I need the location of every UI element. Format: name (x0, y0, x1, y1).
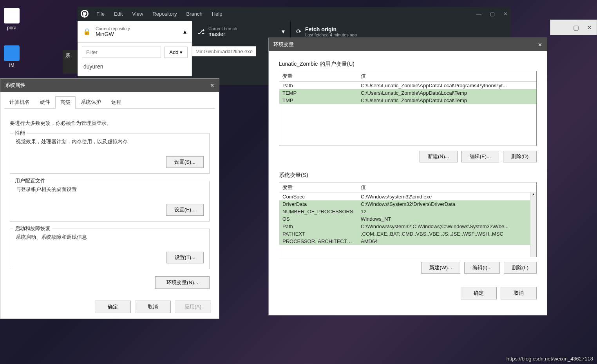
profile-desc: 与登录帐户相关的桌面设置 (16, 186, 204, 193)
var-name: DriverData (279, 200, 358, 208)
apply-button[interactable]: 应用(A) (175, 301, 211, 313)
ok-button[interactable]: 确定 (461, 287, 497, 299)
branch-icon: ⎇ (197, 28, 204, 35)
var-name: OS (279, 215, 358, 223)
chevron-down-icon: ▾ (180, 49, 183, 55)
path-bar[interactable]: MinGW\bin\addr2line.exe (192, 46, 256, 56)
menu-help[interactable]: Help (212, 11, 223, 17)
scroll-up-icon[interactable]: ▴ (530, 192, 536, 198)
path-file: addr2line.exe (222, 49, 253, 54)
startup-group: 启动和故障恢复 系统启动、系统故障和调试信息 设置(T)... (10, 229, 210, 269)
sys-vars-table[interactable]: 变量 值 ComSpecC:\Windows\system32\cmd.exeD… (279, 182, 537, 257)
menu-branch[interactable]: Branch (186, 11, 202, 17)
desktop-icon-tim[interactable]: IM (0, 45, 24, 68)
branch-value: master (208, 31, 237, 37)
menu-view[interactable]: View (132, 11, 143, 17)
chevron-down-icon: ▾ (282, 28, 285, 35)
tab-advanced[interactable]: 高级 (55, 96, 76, 109)
menu-file[interactable]: File (96, 11, 105, 17)
desktop-icon-typora[interactable]: pora (0, 8, 24, 31)
fetch-subtitle: Last fetched 4 minutes ago (305, 32, 357, 37)
var-name: TMP (279, 97, 358, 104)
var-value: 12 (358, 208, 536, 215)
table-header: 变量 值 (279, 71, 536, 82)
col-name: 变量 (279, 182, 358, 193)
scrollbar[interactable]: ▴ (530, 192, 536, 257)
user-vars-table[interactable]: 变量 值 PathC:\Users\Lunatic_Zombie\AppData… (279, 71, 537, 146)
repo-dropdown-panel: Add ▾ duyuren (78, 42, 192, 76)
table-row[interactable]: NUMBER_OF_PROCESSORS12 (279, 208, 536, 215)
var-value: Windows_NT (358, 215, 536, 223)
table-row[interactable]: TEMPC:\Users\Lunatic_Zombie\AppData\Loca… (279, 89, 536, 97)
maximize-icon[interactable]: ▢ (573, 24, 579, 31)
sysprop-title-text: 系统属性 (5, 82, 25, 89)
add-repo-button[interactable]: Add ▾ (164, 47, 188, 58)
close-icon[interactable]: ✕ (538, 42, 542, 48)
startup-title: 启动和故障恢复 (13, 225, 52, 232)
desktop-icon-label: pora (0, 25, 24, 31)
table-row[interactable]: PathC:\Windows\system32;C:\Windows;C:\Wi… (279, 223, 536, 230)
desktop-icon-label: IM (0, 63, 24, 68)
table-row[interactable]: DriverDataC:\Windows\System32\Drivers\Dr… (279, 200, 536, 208)
sysprop-titlebar: 系统属性 ✕ (0, 79, 219, 92)
table-row[interactable]: PROCESSOR_ARCHITECTUREAMD64 (279, 238, 536, 245)
perf-settings-button[interactable]: 设置(S)... (166, 156, 204, 168)
maximize-icon[interactable]: ▢ (490, 11, 495, 17)
user-edit-button[interactable]: 编辑(E)... (461, 151, 499, 162)
envdlg-titlebar: 环境变量 ✕ (269, 38, 547, 51)
var-name: PROCESSOR_ARCHITECTURE (279, 238, 358, 245)
tab-system-protection[interactable]: 系统保护 (76, 96, 106, 108)
repo-label: Current repository (96, 26, 130, 31)
env-vars-button[interactable]: 环境变量(N)... (155, 276, 210, 289)
github-logo-icon (81, 10, 89, 18)
table-row[interactable]: OSWindows_NT (279, 215, 536, 223)
col-value: 值 (358, 182, 536, 193)
user-vars-label: Lunatic_Zombie 的用户变量(U) (279, 61, 537, 68)
menu-edit[interactable]: Edit (114, 11, 123, 17)
user-delete-button[interactable]: 删除(D) (503, 151, 537, 162)
minimize-icon[interactable]: — (476, 11, 481, 17)
fetch-title: Fetch origin (305, 26, 357, 32)
repo-list-item[interactable]: duyuren (82, 58, 188, 72)
perf-title: 性能 (13, 130, 27, 137)
menu-repository[interactable]: Repository (152, 11, 177, 17)
close-icon[interactable]: ✕ (503, 11, 508, 17)
envdlg-title-text: 环境变量 (273, 41, 294, 48)
sysprop-intro: 要进行大多数更改，你必须作为管理员登录。 (10, 120, 210, 127)
var-value: AMD64 (358, 238, 536, 245)
tab-remote[interactable]: 远程 (106, 96, 127, 108)
var-name: Path (279, 223, 358, 230)
close-icon[interactable]: ✕ (587, 24, 592, 31)
sysprop-tabs: 计算机名 硬件 高级 系统保护 远程 (4, 96, 215, 109)
startup-settings-button[interactable]: 设置(T)... (166, 252, 204, 263)
github-titlebar: File Edit View Repository Branch Help — … (78, 7, 511, 21)
table-row[interactable]: PathC:\Users\Lunatic_Zombie\AppData\Loca… (279, 82, 536, 89)
ok-button[interactable]: 确定 (95, 301, 131, 313)
perf-desc: 视觉效果，处理器计划，内存使用，以及虚拟内存 (16, 138, 204, 145)
repo-filter-input[interactable] (82, 47, 161, 58)
profile-settings-button[interactable]: 设置(E)... (166, 204, 204, 216)
table-row[interactable]: ComSpecC:\Windows\system32\cmd.exe (279, 193, 536, 200)
sys-delete-button[interactable]: 删除(L) (504, 262, 537, 274)
var-name: PATHEXT (279, 230, 358, 238)
table-row[interactable]: TMPC:\Users\Lunatic_Zombie\AppData\Local… (279, 97, 536, 104)
profile-title: 用户配置文件 (13, 177, 47, 184)
table-row[interactable]: PATHEXT.COM;.EXE;.BAT;.CMD;.VBS;.VBE;.JS… (279, 230, 536, 238)
cancel-button[interactable]: 取消 (501, 287, 537, 299)
sys-vars-label: 系统变量(S) (279, 172, 537, 179)
cancel-button[interactable]: 取消 (135, 301, 171, 313)
user-new-button[interactable]: 新建(N)... (420, 151, 458, 162)
sys-new-button[interactable]: 新建(W)... (421, 262, 460, 274)
repo-selector[interactable]: 🔒 Current repository MinGW ▴ (78, 21, 192, 42)
repo-value: MinGW (96, 31, 130, 37)
sync-icon: ⟳ (296, 28, 301, 35)
startup-desc: 系统启动、系统故障和调试信息 (16, 234, 204, 241)
sys-edit-button[interactable]: 编辑(I)... (464, 262, 500, 274)
var-value: C:\Windows\System32\Drivers\DriverData (358, 200, 536, 208)
var-value: C:\Windows\system32\cmd.exe (358, 193, 536, 200)
tab-hardware[interactable]: 硬件 (35, 96, 55, 108)
var-value: .COM;.EXE;.BAT;.CMD;.VBS;.VBE;.JS;.JSE;.… (358, 230, 536, 238)
close-icon[interactable]: ✕ (210, 83, 214, 88)
var-value: C:\Users\Lunatic_Zombie\AppData\Local\Te… (358, 97, 536, 104)
tab-computer-name[interactable]: 计算机名 (4, 96, 35, 108)
